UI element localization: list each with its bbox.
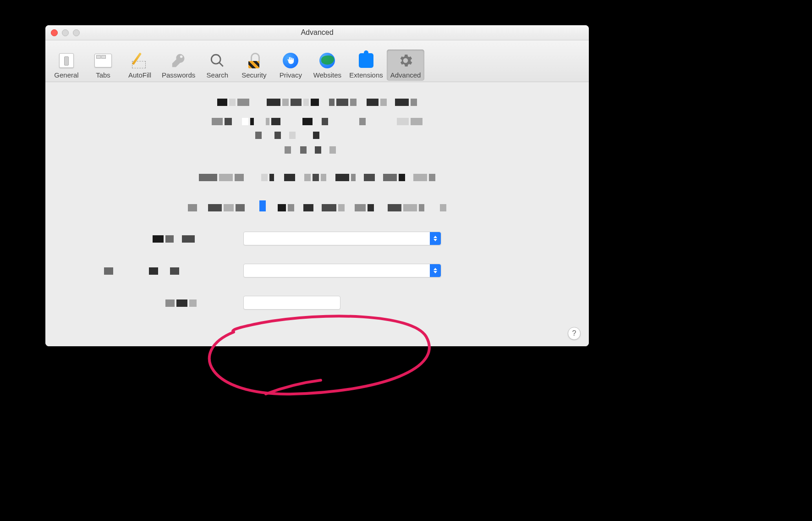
toolbar-item-passwords[interactable]: Passwords (158, 50, 199, 81)
tabs-icon (94, 51, 112, 70)
redacted-dropdown[interactable] (243, 264, 441, 277)
redacted-button[interactable] (243, 296, 340, 310)
toolbar-item-autofill[interactable]: AutoFill (121, 50, 158, 81)
redacted-row (216, 99, 418, 108)
toolbar-label: General (54, 72, 78, 79)
toolbar-label: Tabs (96, 72, 110, 79)
toolbar-item-general[interactable]: General (48, 50, 85, 81)
switch-icon (57, 51, 76, 70)
redacted-row (198, 132, 437, 141)
toolbar-label: Passwords (162, 72, 195, 79)
hand-icon (281, 51, 300, 70)
toolbar-item-security[interactable]: Security (236, 50, 272, 81)
toolbar-label: Security (241, 72, 266, 79)
redacted-row (198, 174, 436, 183)
redacted-dropdown[interactable] (243, 232, 441, 245)
puzzle-icon (357, 51, 375, 70)
redacted-label (152, 235, 196, 245)
toolbar-item-advanced[interactable]: Advanced (387, 50, 425, 81)
toolbar-label: AutoFill (128, 72, 151, 79)
toolbar-label: Search (207, 72, 229, 79)
preferences-toolbar: General Tabs AutoFill Passwords Sear (45, 40, 589, 82)
toolbar-label: Extensions (349, 72, 383, 79)
toolbar-item-tabs[interactable]: Tabs (85, 50, 121, 81)
svg-line-1 (219, 62, 224, 67)
gear-icon (396, 51, 415, 70)
window-titlebar[interactable]: Advanced (45, 25, 589, 40)
redacted-label (103, 267, 180, 277)
toolbar-label: Advanced (390, 72, 421, 79)
toolbar-label: Websites (313, 72, 341, 79)
window-title: Advanced (301, 28, 333, 37)
toolbar-item-websites[interactable]: Websites (309, 50, 346, 81)
lock-icon (245, 51, 263, 70)
pencil-icon (131, 51, 149, 70)
toolbar-item-privacy[interactable]: Privacy (272, 50, 309, 81)
zoom-button[interactable] (73, 29, 80, 36)
toolbar-item-search[interactable]: Search (199, 50, 236, 81)
window-controls (51, 29, 80, 36)
close-button[interactable] (51, 29, 58, 36)
help-button[interactable]: ? (568, 327, 581, 340)
redacted-row (211, 118, 423, 127)
chevron-updown-icon (430, 232, 441, 245)
safari-preferences-window: Advanced General Tabs AutoFill Passwords (45, 25, 589, 346)
advanced-pane: Show Develop menu in menu bar ? (45, 82, 589, 346)
key-icon (170, 51, 188, 70)
globe-icon (318, 51, 336, 70)
redacted-label (165, 299, 198, 309)
redacted-row (204, 146, 430, 156)
redacted-row (187, 200, 447, 214)
toolbar-label: Privacy (280, 72, 302, 79)
minimize-button[interactable] (62, 29, 69, 36)
chevron-updown-icon (430, 264, 441, 277)
svg-point-0 (212, 55, 221, 64)
search-icon (208, 51, 226, 70)
question-icon: ? (572, 329, 576, 338)
toolbar-item-extensions[interactable]: Extensions (346, 50, 386, 81)
